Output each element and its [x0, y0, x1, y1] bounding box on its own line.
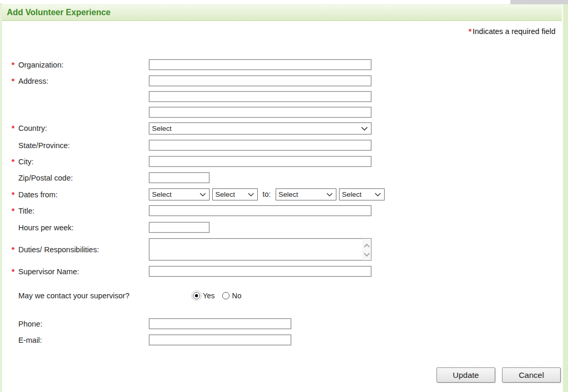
- page-title: Add Volunteer Experience: [2, 4, 562, 21]
- address-line3-input[interactable]: [149, 107, 372, 118]
- address-label: *Address:: [2, 75, 149, 87]
- state-label: *State/Province:: [2, 140, 149, 151]
- phone-row: *Phone:: [2, 318, 562, 330]
- chevron-down-icon: [200, 191, 206, 198]
- organization-input[interactable]: [149, 59, 372, 70]
- hours-label: *Hours per week:: [2, 222, 149, 233]
- country-select[interactable]: Select: [149, 122, 372, 135]
- radio-option-yes[interactable]: Yes: [193, 292, 215, 300]
- duties-label: *Duties/ Responsibilities:: [2, 244, 149, 255]
- duties-row: *Duties/ Responsibilities:: [2, 238, 562, 261]
- zip-input[interactable]: [149, 172, 210, 183]
- form-actions: Update Cancel: [436, 367, 561, 383]
- duties-textarea[interactable]: [149, 238, 372, 261]
- right-edge-strip: [562, 4, 568, 392]
- state-row: *State/Province:: [2, 140, 562, 151]
- required-asterisk-icon: *: [12, 122, 18, 133]
- date-to-month-select[interactable]: Select: [276, 188, 336, 200]
- required-asterisk-icon: *: [12, 156, 18, 167]
- required-asterisk-icon: *: [468, 27, 472, 36]
- required-asterisk-icon: *: [12, 188, 18, 200]
- city-label: *City:: [2, 156, 149, 167]
- date-from-year-select[interactable]: Select: [212, 188, 258, 200]
- country-select-value: Select: [152, 125, 172, 132]
- required-asterisk-icon: *: [12, 75, 18, 86]
- required-asterisk-icon: *: [12, 59, 18, 70]
- zip-row: *Zip/Postal code:: [2, 172, 562, 184]
- city-input[interactable]: [149, 156, 372, 167]
- textarea-scrollbar[interactable]: [362, 239, 371, 260]
- radio-button-icon[interactable]: [193, 292, 200, 299]
- phone-input[interactable]: [149, 318, 291, 329]
- hours-row: *Hours per week:: [2, 222, 562, 233]
- address-line2-input[interactable]: [149, 91, 372, 102]
- add-volunteer-experience-page: Add Volunteer Experience *Indicates a re…: [0, 0, 568, 392]
- chevron-down-icon: [375, 191, 381, 198]
- country-label: *Country:: [2, 122, 149, 134]
- required-asterisk-icon: *: [12, 266, 18, 277]
- zip-label: *Zip/Postal code:: [2, 172, 149, 184]
- cancel-button[interactable]: Cancel: [502, 367, 561, 383]
- required-asterisk-icon: *: [12, 205, 18, 216]
- title-input[interactable]: [149, 205, 372, 216]
- date-to-year-select[interactable]: Select: [339, 188, 385, 200]
- radio-option-no[interactable]: No: [222, 292, 242, 300]
- email-row: *E-mail:: [2, 334, 562, 346]
- supervisor-row: *Supervisor Name:: [2, 266, 562, 277]
- email-input[interactable]: [149, 334, 291, 345]
- radio-yes-label: Yes: [203, 292, 215, 300]
- title-row: *Title:: [2, 205, 562, 217]
- chevron-down-icon: [326, 191, 333, 198]
- address-line1-input[interactable]: [149, 75, 372, 86]
- scroll-down-icon[interactable]: [364, 250, 370, 259]
- dates-to-label: to:: [260, 188, 273, 200]
- hours-input[interactable]: [149, 222, 210, 233]
- organization-row: *Organization:: [2, 59, 562, 71]
- city-row: *City:: [2, 156, 562, 167]
- chevron-down-icon: [248, 191, 254, 198]
- title-label: *Title:: [2, 205, 149, 217]
- form-content: *Indicates a required field *Organizatio…: [2, 21, 562, 392]
- required-field-note: *Indicates a required field: [2, 27, 562, 38]
- top-right-corner-strip: [510, 0, 568, 4]
- phone-label: *Phone:: [2, 318, 149, 330]
- address-row: *Address:: [2, 75, 562, 118]
- country-row: *Country: Select: [2, 122, 562, 135]
- dates-selects: Select Select to: Select Select: [149, 188, 385, 200]
- contact-supervisor-radio-group: Yes No: [193, 292, 242, 300]
- chevron-down-icon: [361, 125, 368, 132]
- update-button[interactable]: Update: [436, 367, 495, 383]
- supervisor-label: *Supervisor Name:: [2, 266, 149, 277]
- address-inputs: [149, 75, 372, 118]
- organization-label: *Organization:: [2, 59, 149, 71]
- scroll-up-icon[interactable]: [364, 240, 370, 250]
- supervisor-input[interactable]: [149, 266, 372, 277]
- radio-no-label: No: [232, 292, 242, 300]
- state-input[interactable]: [149, 140, 372, 151]
- date-from-month-select[interactable]: Select: [149, 188, 210, 200]
- required-asterisk-icon: *: [12, 244, 18, 255]
- email-label: *E-mail:: [2, 334, 149, 346]
- dates-label: *Dates from:: [2, 188, 149, 201]
- radio-button-icon[interactable]: [222, 292, 230, 299]
- contact-supervisor-label: *May we contact your supervisor?: [2, 290, 149, 301]
- required-note-text: Indicates a required field: [473, 27, 555, 36]
- dates-row: *Dates from: Select Select to: Select Se…: [2, 188, 562, 201]
- contact-supervisor-row: *May we contact your supervisor? Yes No: [2, 290, 562, 301]
